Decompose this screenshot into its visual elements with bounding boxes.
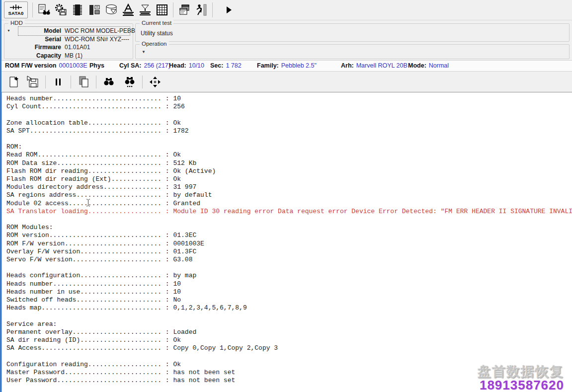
terminal-line: Permanent overlay.......................… xyxy=(6,328,572,336)
play-button[interactable] xyxy=(220,1,237,18)
operation-title: Operation xyxy=(140,41,169,47)
status-rom-f-w-version: ROM F/W version0001003E xyxy=(5,62,87,69)
terminal-line: SA dir reading (ID).....................… xyxy=(6,336,572,344)
toolbar-separator xyxy=(32,2,33,17)
terminal-line: SA SPT..................................… xyxy=(6,127,572,135)
translator-icon xyxy=(122,3,135,16)
terminal-line: Heads map...............................… xyxy=(6,304,572,312)
write-funnel-icon xyxy=(139,3,152,16)
exit-button[interactable] xyxy=(193,1,210,18)
table-grid-icon xyxy=(156,3,168,16)
sata-connector-icon xyxy=(9,4,22,10)
database-button[interactable] xyxy=(103,1,120,18)
hdd-field-label: Firmware xyxy=(18,44,61,51)
heads-translator-button[interactable] xyxy=(120,1,137,18)
hdd-panel-title: HDD xyxy=(8,20,25,26)
terminal-line: ROM: xyxy=(6,143,572,151)
terminal-line: Overlay F/W version.....................… xyxy=(6,248,572,256)
status-head: Head:10/10 xyxy=(169,62,204,69)
navigate-arrows-icon xyxy=(149,76,161,88)
status-mode: Mode:Normal xyxy=(408,62,449,69)
status-value: 10/10 xyxy=(189,62,204,69)
toolbar-separator xyxy=(212,2,213,17)
watermark-phone-number: 18913587620 xyxy=(478,379,564,392)
terminal-line: SA Translator loading...................… xyxy=(6,208,572,216)
terminal-line: Module 02 access........................… xyxy=(6,200,572,208)
status-label: Phys xyxy=(89,62,104,69)
status-bar: ROM F/W version0001003EPhysCyl SA:256 (2… xyxy=(1,60,572,72)
status-value: Pebbleb 2.5" xyxy=(281,62,317,69)
navigate-button[interactable] xyxy=(147,74,163,90)
terminal-line: ROM Data size...........................… xyxy=(6,159,572,167)
terminal-line: Read ROM................................… xyxy=(6,151,572,159)
current-test-panel: Current test Utility status xyxy=(135,23,570,42)
terminal-line: ROM version.............................… xyxy=(6,232,572,239)
status-label: ROM F/W version xyxy=(5,62,56,69)
status-value: Marvell ROYL 20B xyxy=(356,62,408,69)
hdd-dropdown-arrow[interactable]: ▼ xyxy=(7,29,10,32)
find-next-button[interactable] xyxy=(121,74,138,90)
terminal-line: SA regions address......................… xyxy=(6,191,572,199)
status-sec: Sec:1 782 xyxy=(210,62,242,69)
write-stack-button[interactable] xyxy=(137,1,154,18)
terminal-line: Zone allocation table...................… xyxy=(6,119,572,127)
rom-chip-button[interactable] xyxy=(69,1,86,18)
play-icon xyxy=(224,5,233,14)
hdd-panel: HDD ▼ ModelWDC ROM MODEL-PEBBLEB-SerialW… xyxy=(4,23,133,59)
status-label: Head: xyxy=(169,62,186,69)
toolbar-separator xyxy=(173,2,173,17)
hdd-row-model[interactable]: ModelWDC ROM MODEL-PEBBLEB- xyxy=(18,27,130,35)
pause-button[interactable] xyxy=(50,74,67,90)
toolbar-separator xyxy=(45,76,46,88)
terminal-line xyxy=(6,111,572,119)
sata0-port-button[interactable]: SATA0 xyxy=(4,1,28,18)
terminal-line: Flash ROM dir reading...................… xyxy=(6,167,572,175)
drive-passport-button[interactable] xyxy=(35,1,52,18)
watermark: 盘首数据恢复 18913587620 xyxy=(478,365,564,392)
status-label: Arh: xyxy=(341,62,354,69)
hdd-row-firmware: Firmware01.01A01 xyxy=(18,43,130,52)
terminal-line: Service area: xyxy=(6,320,572,328)
terminal-line: ROM Modules: xyxy=(6,224,572,232)
save-floppy-icon xyxy=(26,76,39,88)
status-label: Mode: xyxy=(408,62,426,69)
status-family: Family:Pebbleb 2.5" xyxy=(257,62,317,69)
rom-chip-icon xyxy=(71,3,84,16)
text-cursor-ibeam xyxy=(86,199,90,207)
window-edge xyxy=(0,0,1,392)
cascaded-windows-icon xyxy=(178,3,191,16)
terminal-line xyxy=(6,264,572,272)
find-button[interactable] xyxy=(100,74,117,90)
modules-structure-icon xyxy=(88,3,101,16)
status-value: 256 (217) xyxy=(144,62,170,69)
terminal-line xyxy=(6,353,572,361)
find-binoculars-icon xyxy=(103,76,115,88)
terminal-line: Switched off heads......................… xyxy=(6,296,572,304)
save-report-button[interactable] xyxy=(24,74,41,90)
hdd-rows: ▼ ModelWDC ROM MODEL-PEBBLEB-SerialWDC-R… xyxy=(18,27,130,60)
terminal-line: Heads number in use.....................… xyxy=(6,288,572,296)
pause-icon xyxy=(54,78,63,86)
sata0-label: SATA0 xyxy=(8,10,23,16)
windows-copy-button[interactable] xyxy=(176,1,193,18)
new-report-button[interactable] xyxy=(5,74,22,90)
data-table-button[interactable] xyxy=(154,1,170,18)
terminal-line: Flash ROM dir reading (Ext).............… xyxy=(6,175,572,183)
operation-dropdown-arrow[interactable]: ▼ xyxy=(142,50,146,54)
report-toolbar xyxy=(1,72,572,92)
terminal-output[interactable]: 盘首数据恢复 18913587620 Heads number.........… xyxy=(1,92,572,392)
terminal-line: Heads configuration.....................… xyxy=(6,272,572,280)
copy-button[interactable] xyxy=(75,74,92,90)
copy-pages-icon xyxy=(77,76,90,88)
hdd-row-capacity: CapacityMB (1) xyxy=(18,52,130,60)
hdd-field-value: 01.01A01 xyxy=(61,44,90,51)
modules-structure-button[interactable] xyxy=(86,1,103,18)
terminal-line: Servo F/W version.......................… xyxy=(6,256,572,264)
status-cyl-sa: Cyl SA:256 (217) xyxy=(119,62,170,69)
terminal-line xyxy=(6,135,572,143)
service-data-button[interactable] xyxy=(52,1,69,18)
current-test-title: Current test xyxy=(140,20,173,26)
terminal-line: Modules directory address...............… xyxy=(6,183,572,191)
status-value: Normal xyxy=(429,62,449,69)
status-label: Family: xyxy=(257,62,279,69)
